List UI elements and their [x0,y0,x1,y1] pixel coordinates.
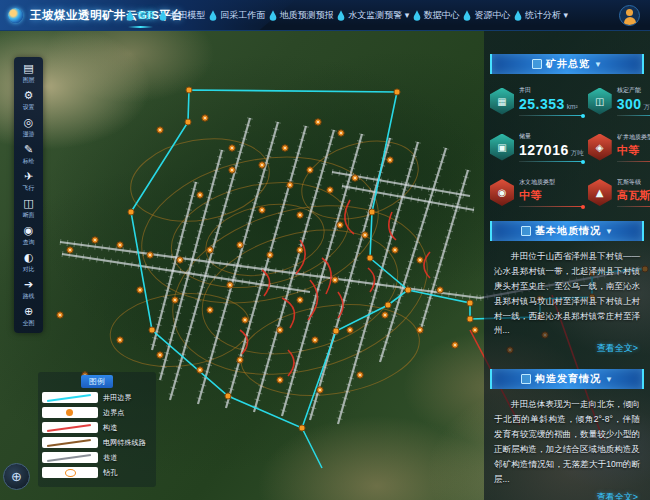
legend-title: 图例 [81,375,113,388]
nav-item-label: 数据中心 [424,9,460,22]
nav-item[interactable]: 回采工作面 [209,0,265,30]
compass-button[interactable]: ⊕ [3,463,30,490]
tool-icon: ⚙ [24,90,34,102]
toolbar-tool-button[interactable]: ✎ 标绘 [14,141,43,168]
nav-item[interactable]: 水文监测预警 ▾ [337,0,409,30]
tool-label: 对比 [23,265,35,273]
app-logo-icon [8,8,23,23]
tool-icon: ◎ [24,117,34,129]
tool-icon: ◫ [23,198,33,210]
legend-swatch-icon [42,467,98,478]
legend-item-label: 电网特殊线路 [103,438,146,448]
stat-underline [617,115,650,116]
legend-item-label: 构造 [103,423,117,433]
collapse-arrow-icon: ▼ [594,60,602,69]
geology-read-more-link[interactable]: 查看全文> [496,342,638,355]
nav-drop-icon [126,10,134,21]
stat-label: 核定产能 [617,86,650,94]
nav-item-label: 水文监测预警 ▾ [348,9,409,22]
avatar-body-icon [624,17,636,25]
tool-label: 飞行 [23,184,35,192]
top-nav-bar: 王坡煤业透明矿井云GIS平台 首页 井田模型 回采 [0,0,650,31]
stat-value: 高瓦斯 [617,188,650,203]
stat-card: ◈ 矿井地质类型 中等 [588,132,650,162]
stat-label: 储量 [519,132,579,140]
legend-swatch-icon [42,392,98,403]
legend-item-label: 边界点 [103,408,124,418]
nav-menu: 首页 井田模型 回采工作面 地质预测预报 [126,0,568,30]
tool-label: 断面 [23,211,35,219]
stat-value: 300 [617,96,642,112]
tool-label: 漫游 [23,130,35,138]
stat-card: ◫ 核定产能 300 万吨/年 [588,86,650,116]
nav-item-label: 井田模型 [170,9,206,22]
collapse-arrow-icon: ▼ [605,227,613,236]
section-title: 基本地质情况 [535,224,601,238]
section-header-mine-overview[interactable]: 矿井总览 ▼ [490,54,644,74]
section-header-structure[interactable]: 构造发育情况 ▼ [490,369,644,389]
toolbar-tool-button[interactable]: ◫ 断面 [14,195,43,222]
toolbar-tool-button[interactable]: ◐ 对比 [14,249,43,276]
tool-label: 路线 [23,292,35,300]
stat-hexagon-icon: ◉ [490,179,514,206]
stat-card: ◉ 水文地质类型 中等 [490,178,584,207]
tool-icon: ◐ [24,252,34,264]
collapse-arrow-icon: ▼ [605,375,613,384]
stat-underline [617,206,650,207]
toolbar-tool-button[interactable]: ◉ 查询 [14,222,43,249]
section-header-basic-geology[interactable]: 基本地质情况 ▼ [490,221,644,241]
stat-value: 25.353 [519,96,565,112]
overview-stats-grid: ▦ 井田 25.353 km² ◫ 核定产能 [484,74,650,207]
nav-item[interactable]: 统计分析 ▾ [514,0,568,30]
stat-card: ▣ 储量 127016 万吨 [490,132,584,162]
nav-item-label: 回采工作面 [220,9,265,22]
stat-unit: km² [567,103,578,110]
stat-label: 水文地质类型 [519,178,579,186]
toolbar-tool-button[interactable]: ➔ 路线 [14,276,43,303]
avatar-head-icon [626,9,633,16]
toolbar-tool-button[interactable]: ◎ 漫游 [14,114,43,141]
legend-item: 钻孔 [42,467,152,478]
nav-item[interactable]: 资源中心 [463,0,510,30]
stat-label: 矿井地质类型 [617,133,650,141]
nav-drop-icon [337,10,345,21]
structure-read-more-link[interactable]: 查看全文> [496,491,638,500]
tool-icon: ⊕ [24,306,33,318]
nav-item[interactable]: 地质预测预报 [269,0,334,30]
nav-item[interactable]: 首页 [126,0,155,30]
stat-underline [519,161,584,162]
legend-item: 电网特殊线路 [42,437,152,448]
nav-item-label: 首页 [137,9,155,22]
user-avatar[interactable] [619,5,640,26]
legend-item: 边界点 [42,407,152,418]
geology-description: 井田位于山西省泽州县下村镇——沁水县郑村镇一带，北起泽州县下村镇庚头村至史庄、至… [494,249,640,338]
stat-hexagon-icon: ◫ [588,88,612,115]
section-title: 构造发育情况 [535,372,601,386]
stat-hexagon-icon: ▣ [490,134,514,161]
structure-description: 井田总体表现为一走向北东，倾向于北西的单斜构造，倾角2°-8°，伴随发育有较宽缓… [494,397,640,486]
legend-item: 巷道 [42,452,152,463]
legend-swatch-icon [42,422,98,433]
tool-label: 图层 [23,76,35,84]
legend-item: 井田边界 [42,392,152,403]
toolbar-tool-button[interactable]: ▤ 图层 [14,60,43,87]
stat-label: 井田 [519,86,579,94]
tool-icon: ➔ [24,279,33,291]
legend-item-label: 巷道 [103,453,117,463]
nav-item[interactable]: 数据中心 [413,0,460,30]
nav-item[interactable]: 井田模型 [159,0,206,30]
toolbar-tool-button[interactable]: ⚙ 设置 [14,87,43,114]
nav-item-label: 资源中心 [474,9,510,22]
nav-drop-icon [413,10,421,21]
toolbar-tool-button[interactable]: ✈ 飞行 [14,168,43,195]
tool-label: 查询 [23,238,35,246]
app-window: 王坡煤业透明矿井云GIS平台 首页 井田模型 回采 [0,0,650,500]
legend-swatch-icon [42,452,98,463]
legend-list: 井田边界 边界点 构造 电网特殊线路 巷道 钻孔 [42,392,152,478]
legend-swatch-icon [42,407,98,418]
toolbar-tool-button[interactable]: ⊕ 全图 [14,303,43,330]
section-icon [532,59,542,69]
stat-value: 127016 [519,142,569,158]
map-legend: 图例 井田边界 边界点 构造 电网特殊线路 巷道 [38,372,156,487]
section-icon [521,226,531,236]
